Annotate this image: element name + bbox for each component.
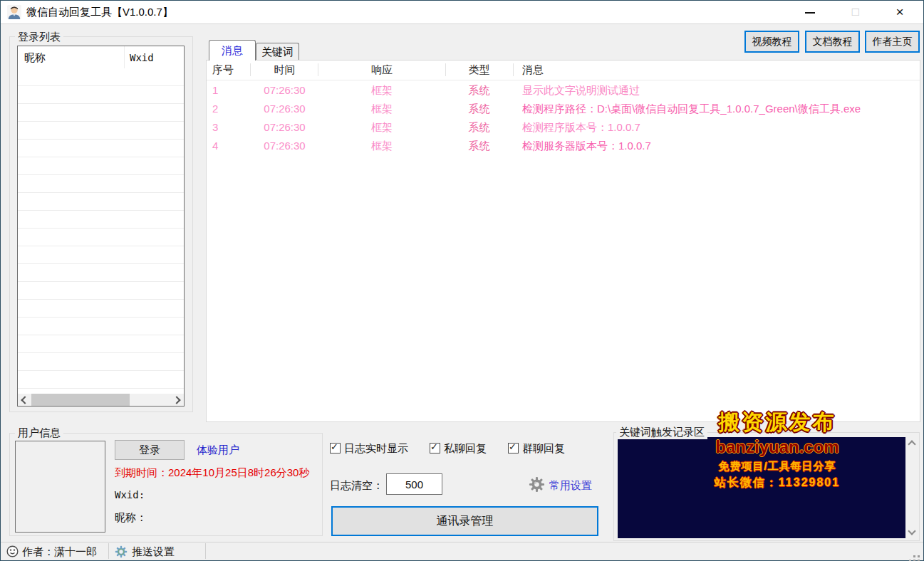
log-cell-type: 系统 — [445, 100, 513, 118]
common-settings-link[interactable]: 常用设置 — [529, 476, 545, 496]
maximize-button[interactable]: □ — [840, 1, 871, 23]
log-cell-type: 系统 — [445, 81, 513, 100]
minimize-button[interactable] — [794, 1, 826, 23]
nickname-label: 昵称： — [115, 511, 147, 525]
header-separator — [513, 63, 514, 76]
header-separator — [318, 63, 318, 76]
checkbox-group-reply[interactable]: ✓群聊回复 — [508, 442, 565, 453]
log-table-header: 序号 时间 响应 类型 消息 — [207, 61, 920, 80]
wxid-label: Wxid: — [115, 489, 145, 500]
checkbox-private-reply[interactable]: ✓私聊回复 — [430, 442, 487, 453]
avatar — [15, 441, 105, 533]
log-col-seq: 序号 — [212, 63, 248, 77]
log-col-msg: 消息 — [522, 63, 914, 77]
user-info-group-label: 用户信息 — [15, 426, 63, 440]
log-cell-time: 07:26:30 — [251, 81, 318, 100]
log-cell-resp: 框架 — [318, 81, 445, 100]
checkbox-box[interactable]: ✓ — [508, 443, 519, 453]
keyword-vscrollbar[interactable] — [905, 437, 918, 538]
log-col-type: 类型 — [445, 63, 513, 77]
push-settings-gear-icon — [115, 545, 128, 558]
login-col-wxid: Wxid — [130, 52, 154, 63]
checkbox-box[interactable]: ✓ — [430, 443, 440, 453]
log-cell-msg: 显示此文字说明测试通过 — [522, 81, 914, 100]
message-log-panel: 序号 时间 响应 类型 消息 1 07:26:30 框架 系统 显示此文字说明测… — [206, 60, 920, 422]
smiley-icon — [6, 545, 19, 557]
author-status-label: 作者：潇十一郎 — [22, 545, 97, 559]
trial-user-label: 体验用户 — [197, 444, 239, 457]
login-table-header: 昵称 Wxid — [18, 46, 184, 69]
tab-keywords[interactable]: 关键词 — [256, 43, 299, 61]
login-button[interactable]: 登录 — [115, 440, 185, 460]
app-window: 微信自动回复工具【V1.0.0.7】 □ × 登录列表 昵称 Wxid 消息 关… — [0, 0, 924, 561]
login-list-table[interactable]: 昵称 Wxid — [17, 46, 185, 407]
scroll-left-icon[interactable] — [21, 396, 28, 404]
log-cell-time: 07:26:30 — [251, 100, 318, 118]
video-tutorial-button[interactable]: 视频教程 — [744, 31, 799, 53]
login-list-group-label: 登录列表 — [15, 31, 63, 44]
log-row[interactable]: 2 07:26:30 框架 系统 检测程序路径：D:\桌面\微信自动回复工具_1… — [207, 100, 920, 118]
log-cell-resp: 框架 — [318, 137, 445, 155]
tab-messages[interactable]: 消息 — [209, 40, 256, 61]
header-separator — [445, 63, 446, 76]
checkbox-label: 群聊回复 — [522, 442, 565, 454]
log-col-time: 时间 — [251, 63, 318, 77]
statusbar-separator — [205, 543, 206, 559]
log-cell-resp: 框架 — [318, 118, 445, 137]
log-row[interactable]: 1 07:26:30 框架 系统 显示此文字说明测试通过 — [207, 81, 920, 100]
checkbox-label: 日志实时显示 — [344, 442, 408, 454]
status-bar: 作者：潇十一郎 推送设置 — [1, 542, 923, 560]
title-bar: 微信自动回复工具【V1.0.0.7】 □ × — [1, 1, 923, 24]
gear-icon — [529, 476, 545, 493]
scroll-down-icon[interactable] — [908, 527, 915, 535]
contacts-manage-button[interactable]: 通讯录管理 — [331, 506, 598, 536]
log-cell-seq: 2 — [212, 100, 248, 118]
login-table-empty-rows — [18, 68, 184, 394]
scroll-right-icon[interactable] — [172, 396, 180, 404]
log-cell-type: 系统 — [445, 118, 513, 137]
keyword-area-group-label: 关键词触发记录区 — [616, 426, 707, 439]
minimize-icon — [805, 12, 815, 14]
log-cell-time: 07:26:30 — [251, 118, 318, 137]
check-icon: ✓ — [331, 441, 338, 452]
log-cell-msg: 检测程序路径：D:\桌面\微信自动回复工具_1.0.0.7_Green\微信工具… — [522, 100, 914, 118]
log-cell-msg: 检测程序版本号：1.0.0.7 — [522, 118, 914, 137]
log-cell-seq: 4 — [212, 137, 248, 155]
log-row[interactable]: 3 07:26:30 框架 系统 检测程序版本号：1.0.0.7 — [207, 118, 920, 137]
hscroll-thumb[interactable] — [31, 394, 130, 406]
common-settings-label: 常用设置 — [549, 479, 592, 493]
header-separator — [250, 63, 251, 76]
checkbox-log-realtime[interactable]: ✓日志实时显示 — [330, 442, 408, 453]
login-col-nickname: 昵称 — [24, 51, 46, 65]
log-clear-label: 日志清空： — [330, 479, 383, 493]
statusbar-separator — [108, 543, 109, 559]
author-homepage-button[interactable]: 作者主页 — [865, 31, 920, 53]
log-cell-seq: 3 — [212, 118, 248, 137]
check-icon: ✓ — [430, 441, 438, 452]
log-clear-input[interactable] — [386, 473, 442, 495]
login-table-hscrollbar[interactable] — [18, 394, 184, 406]
log-cell-resp: 框架 — [318, 100, 445, 118]
keyword-record-textarea[interactable] — [618, 437, 905, 538]
checkbox-label: 私聊回复 — [444, 442, 487, 454]
check-icon: ✓ — [509, 441, 516, 452]
expire-time-label: 到期时间：2024年10月25日8时26分30秒 — [115, 466, 309, 480]
log-row[interactable]: 4 07:26:30 框架 系统 检测服务器版本号：1.0.0.7 — [207, 137, 920, 155]
log-cell-seq: 1 — [212, 81, 248, 100]
push-settings-label[interactable]: 推送设置 — [132, 545, 175, 559]
doc-tutorial-button[interactable]: 文档教程 — [805, 31, 860, 53]
window-title: 微信自动回复工具【V1.0.0.7】 — [26, 6, 173, 19]
close-button[interactable]: × — [884, 1, 915, 23]
checkbox-box[interactable]: ✓ — [330, 443, 341, 453]
log-cell-type: 系统 — [445, 137, 513, 155]
log-cell-time: 07:26:30 — [251, 137, 318, 155]
log-cell-msg: 检测服务器版本号：1.0.0.7 — [522, 137, 914, 155]
log-col-resp: 响应 — [318, 63, 445, 77]
resize-grip[interactable] — [918, 555, 920, 557]
app-logo-icon — [6, 4, 22, 20]
scroll-up-icon[interactable] — [908, 440, 915, 448]
